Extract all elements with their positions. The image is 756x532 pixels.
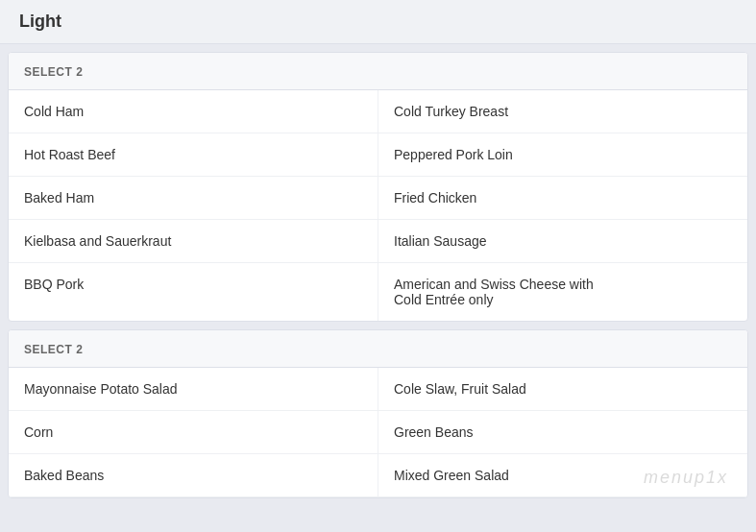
- list-item: Cold Ham: [9, 90, 378, 133]
- table-row: BBQ Pork American and Swiss Cheese with …: [9, 263, 747, 321]
- table-row: Hot Roast Beef Peppered Pork Loin: [9, 133, 747, 177]
- table-row: Baked Ham Fried Chicken: [9, 177, 747, 220]
- list-item: Baked Ham: [9, 177, 378, 219]
- section-title-bar: Light: [0, 0, 756, 44]
- list-item: Peppered Pork Loin: [378, 133, 747, 176]
- page-container: Light SELECT 2 Cold Ham Cold Turkey Brea…: [0, 0, 756, 498]
- list-item: Kielbasa and Sauerkraut: [9, 220, 378, 262]
- page-title: Light: [19, 12, 61, 31]
- select-label-row-2: SELECT 2: [9, 330, 747, 368]
- table-row: Cold Ham Cold Turkey Breast: [9, 90, 747, 133]
- select-label-row-1: SELECT 2: [9, 53, 747, 90]
- list-item: Mayonnaise Potato Salad: [9, 368, 378, 410]
- list-item: Italian Sausage: [378, 220, 747, 262]
- list-item: Fried Chicken: [378, 177, 747, 219]
- list-item: BBQ Pork: [9, 263, 378, 321]
- list-item: Hot Roast Beef: [9, 133, 378, 176]
- table-row: Corn Green Beans: [9, 411, 747, 454]
- list-item: Mixed Green Salad: [378, 454, 747, 496]
- select-label-1: SELECT 2: [24, 65, 83, 79]
- table-row: Kielbasa and Sauerkraut Italian Sausage: [9, 220, 747, 263]
- list-item: Cold Turkey Breast: [378, 90, 747, 133]
- menu-section-2: SELECT 2 Mayonnaise Potato Salad Cole Sl…: [8, 329, 748, 498]
- list-item: Cole Slaw, Fruit Salad: [378, 368, 747, 410]
- list-item: Baked Beans: [9, 454, 378, 496]
- list-item: Green Beans: [378, 411, 747, 453]
- table-row: Baked Beans Mixed Green Salad: [9, 454, 747, 497]
- table-row: Mayonnaise Potato Salad Cole Slaw, Fruit…: [9, 368, 747, 411]
- select-label-2: SELECT 2: [24, 343, 83, 356]
- list-item: Corn: [9, 411, 378, 453]
- list-item: American and Swiss Cheese with Cold Entr…: [378, 263, 747, 321]
- menu-section-1: SELECT 2 Cold Ham Cold Turkey Breast Hot…: [8, 52, 748, 322]
